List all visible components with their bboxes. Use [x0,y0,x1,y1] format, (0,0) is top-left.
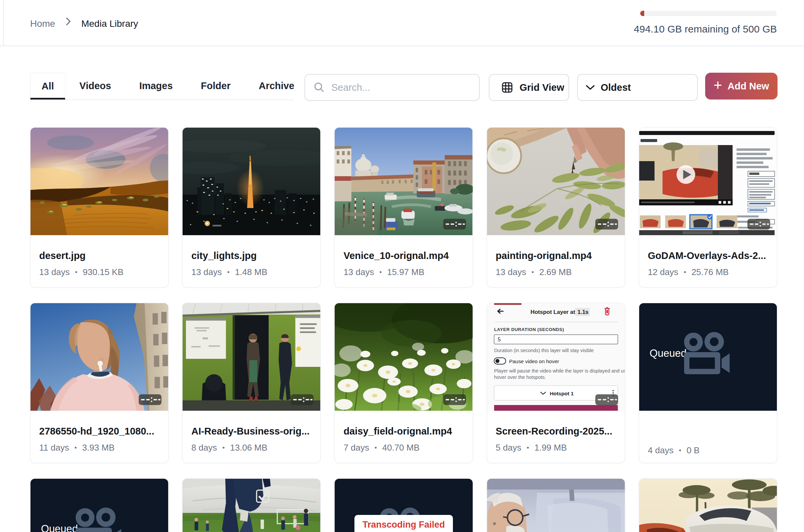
svg-text:Duration (in seconds) this lay: Duration (in seconds) this layer will st… [494,348,594,353]
svg-text:LAYER DURATION (SECONDS): LAYER DURATION (SECONDS) [494,327,564,332]
svg-text:Pause video on hover: Pause video on hover [509,359,559,364]
svg-text:Hotspot 1: Hotspot 1 [550,391,574,396]
svg-text:Hotspot Layer at: Hotspot Layer at [530,309,575,315]
svg-text:5: 5 [497,337,500,342]
svg-text:1.1s: 1.1s [577,309,588,315]
svg-text:Player will pause the video wh: Player will pause the video while the la… [494,368,625,374]
svg-text:hover over the hotspots.: hover over the hotspots. [494,375,546,380]
